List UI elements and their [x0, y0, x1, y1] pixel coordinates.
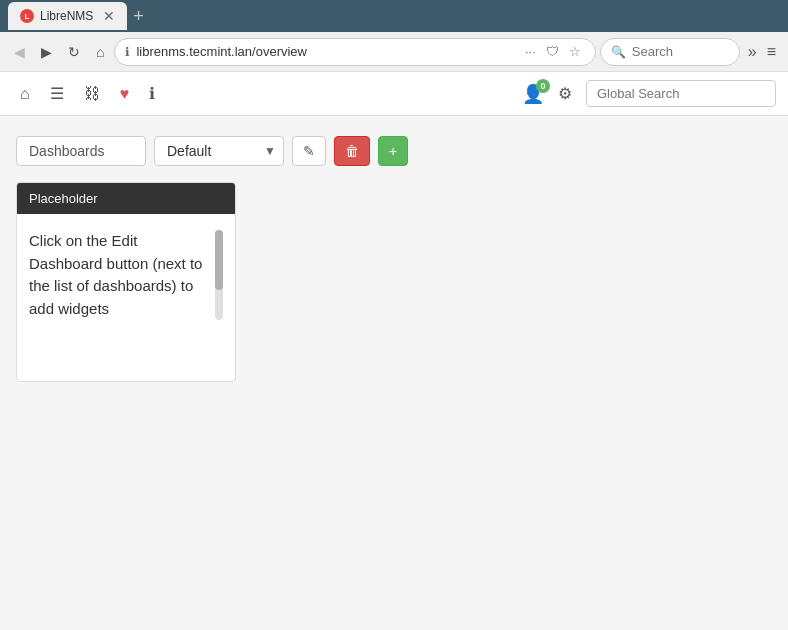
edit-dashboard-button[interactable]: ✎: [292, 136, 326, 166]
tab-title: LibreNMS: [40, 9, 93, 23]
extensions-area: » ≡: [744, 39, 780, 65]
info-icon: ℹ: [125, 45, 130, 59]
new-tab-button[interactable]: +: [127, 4, 150, 29]
star-icon[interactable]: ☆: [565, 42, 585, 61]
global-search-input[interactable]: [586, 80, 776, 107]
tab-bar: L LibreNMS ✕ +: [8, 2, 780, 30]
home-toolbar-icon[interactable]: ⌂: [12, 79, 38, 109]
shield-icon[interactable]: 🛡: [542, 42, 563, 61]
widget-header: Placeholder: [17, 183, 235, 214]
edit-icon: ✎: [303, 143, 315, 159]
browser-menu-button[interactable]: ≡: [763, 39, 780, 65]
widget-container: Placeholder Click on the Edit Dashboard …: [16, 182, 236, 382]
settings-gear-icon[interactable]: ⚙: [552, 78, 578, 109]
links-toolbar-icon[interactable]: ⛓: [76, 79, 108, 109]
user-icon-wrapper[interactable]: 👤 0: [522, 83, 544, 105]
app-toolbar: ⌂ ☰ ⛓ ♥ ℹ 👤 0 ⚙: [0, 72, 788, 116]
add-icon: +: [389, 143, 397, 159]
search-icon: 🔍: [611, 45, 626, 59]
browser-titlebar: L LibreNMS ✕ +: [0, 0, 788, 32]
address-bar[interactable]: [136, 44, 514, 59]
forward-button[interactable]: ▶: [35, 40, 58, 64]
dashboard-select[interactable]: Default: [154, 136, 284, 166]
widget-body: Click on the Edit Dashboard button (next…: [17, 214, 235, 336]
user-area: 👤 0 ⚙: [522, 78, 776, 109]
reload-button[interactable]: ↻: [62, 40, 86, 64]
address-actions: ··· 🛡 ☆: [521, 42, 585, 61]
more-options-button[interactable]: ···: [521, 42, 540, 61]
browser-navbar: ◀ ▶ ↻ ⌂ ℹ ··· 🛡 ☆ 🔍 » ≡: [0, 32, 788, 72]
dashboard-toolbar-icon[interactable]: ☰: [42, 78, 72, 109]
delete-icon: 🗑: [345, 143, 359, 159]
address-bar-wrapper[interactable]: ℹ ··· 🛡 ☆: [114, 38, 595, 66]
alert-toolbar-icon[interactable]: ℹ: [141, 78, 163, 109]
dashboard-header: Dashboards Default ▼ ✎ 🗑 +: [16, 136, 772, 166]
heart-toolbar-icon[interactable]: ♥: [112, 79, 138, 109]
tab-close-button[interactable]: ✕: [103, 8, 115, 24]
dashboard-select-wrapper[interactable]: Default ▼: [154, 136, 284, 166]
dashboards-label: Dashboards: [16, 136, 146, 166]
extensions-button[interactable]: »: [744, 39, 761, 65]
page-content: Dashboards Default ▼ ✎ 🗑 + Placeholder C…: [0, 116, 788, 630]
home-button[interactable]: ⌂: [90, 40, 110, 64]
add-dashboard-button[interactable]: +: [378, 136, 408, 166]
widget-body-text: Click on the Edit Dashboard button (next…: [29, 230, 211, 320]
back-button[interactable]: ◀: [8, 40, 31, 64]
widget-scrollbar[interactable]: [215, 230, 223, 320]
widget-scrollbar-thumb[interactable]: [215, 230, 223, 290]
delete-dashboard-button[interactable]: 🗑: [334, 136, 370, 166]
browser-search-input[interactable]: [632, 44, 732, 59]
notification-badge: 0: [536, 79, 550, 93]
browser-search-wrapper[interactable]: 🔍: [600, 38, 740, 66]
tab-favicon: L: [20, 9, 34, 23]
active-tab[interactable]: L LibreNMS ✕: [8, 2, 127, 30]
